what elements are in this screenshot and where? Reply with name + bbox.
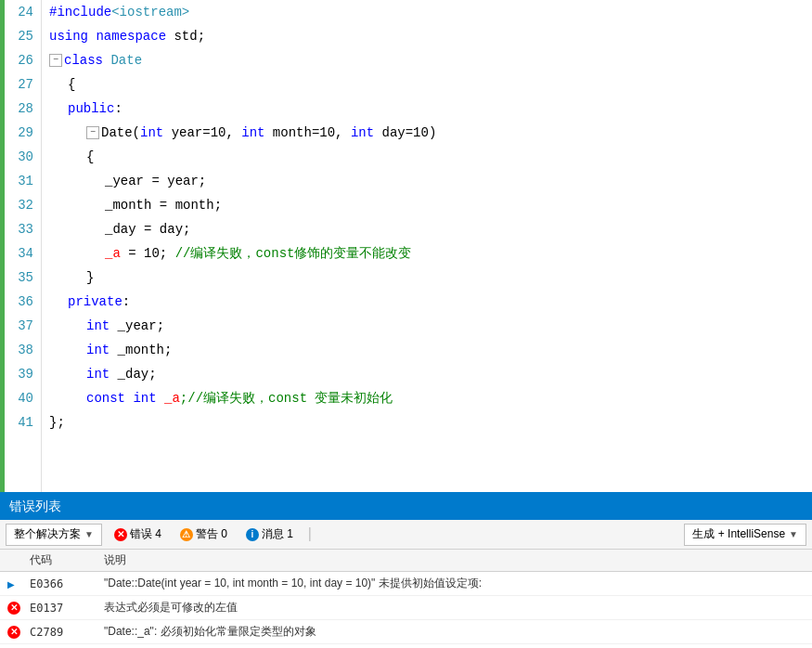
scope-chevron-icon: ▼ [84,529,94,539]
line-num: 27 [12,72,33,97]
code-line: const int _a;//编译失败，const 变量未初始化 [49,386,812,410]
line-num: 28 [12,97,33,121]
error-panel: 错误列表 整个解决方案 ▼ ✕ 错误 4 ⚠ 警告 0 i 消息 1 | 生成 … [0,492,812,648]
code-line: }; [49,410,812,434]
line-num: 37 [12,314,33,338]
warnings-badge[interactable]: ⚠ 警告 0 [174,524,234,545]
warning-icon: ⚠ [180,528,193,541]
error-desc: "Date::_a": 必须初始化常量限定类型的对象 [104,624,805,640]
line-num: 32 [12,193,33,217]
line-num: 33 [12,217,33,241]
code-line: public: [49,97,812,121]
code-line: #include<iostream> [49,0,812,24]
code-line: { [49,72,812,97]
error-code: E0137 [30,602,104,615]
code-content: #include<iostream>using namespace std;−c… [42,0,812,492]
error-icon: ✕ [114,528,127,541]
col-desc-header: 说明 [104,552,805,568]
error-row[interactable]: ✕C2789"Date::_a": 必须初始化常量限定类型的对象 [0,620,812,644]
info-icon: i [246,528,259,541]
error-panel-header: 错误列表 [0,494,812,520]
code-line: using namespace std; [49,24,812,48]
line-num: 30 [12,145,33,169]
line-num: 39 [12,362,33,386]
line-num: 25 [12,24,33,48]
scope-dropdown[interactable]: 整个解决方案 ▼ [6,524,102,546]
error-row-icon: ✕ [7,602,20,615]
error-table-header: 代码 说明 [0,550,812,572]
code-editor: 242526272829303132333435363738394041 #in… [0,0,812,492]
error-toolbar[interactable]: 整个解决方案 ▼ ✕ 错误 4 ⚠ 警告 0 i 消息 1 | 生成 + Int… [0,520,812,550]
collapse-marker-icon[interactable]: − [49,54,62,67]
code-line: { [49,145,812,169]
col-code-header: 代码 [30,552,104,568]
code-line: −class Date [49,48,812,72]
row-arrow-icon: ▶ [7,579,15,590]
line-num: 29 [12,121,33,145]
line-num: 38 [12,338,33,362]
generate-chevron-icon: ▼ [789,529,798,539]
generate-btn[interactable]: 生成 + IntelliSense ▼ [684,524,806,546]
error-row-icon: ✕ [7,626,20,639]
line-num: 24 [12,0,33,24]
code-line: } [49,266,812,290]
line-numbers: 242526272829303132333435363738394041 [5,0,42,492]
code-line: _month = month; [49,193,812,217]
error-rows: ▶E0366"Date::Date(int year = 10, int mon… [0,572,812,648]
code-line: −Date(int year=10, int month=10, int day… [49,121,812,145]
code-line: _a = 10; //编译失败，const修饰的变量不能改变 [49,241,812,266]
error-row[interactable]: ✕E0137表达式必须是可修改的左值 [0,596,812,620]
error-panel-title: 错误列表 [9,499,61,515]
error-row[interactable]: ▶E0366"Date::Date(int year = 10, int mon… [0,572,812,596]
line-num: 35 [12,266,33,290]
error-code: E0366 [30,577,104,590]
errors-badge[interactable]: ✕ 错误 4 [108,524,168,545]
code-line: private: [49,290,812,314]
code-line: int _year; [49,314,812,338]
code-line: _year = year; [49,169,812,193]
code-line: int _month; [49,338,812,362]
line-num: 36 [12,290,33,314]
line-num: 34 [12,241,33,266]
code-line: _day = day; [49,217,812,241]
line-num: 41 [12,410,33,434]
line-num: 26 [12,48,33,72]
line-num: 40 [12,386,33,410]
info-badge[interactable]: i 消息 1 [239,524,300,545]
error-desc: 表达式必须是可修改的左值 [104,600,805,616]
error-code: C2789 [30,626,104,639]
code-line: int _day; [49,362,812,386]
collapse-marker-icon[interactable]: − [86,126,99,139]
line-num: 31 [12,169,33,193]
error-desc: "Date::Date(int year = 10, int month = 1… [104,576,805,591]
